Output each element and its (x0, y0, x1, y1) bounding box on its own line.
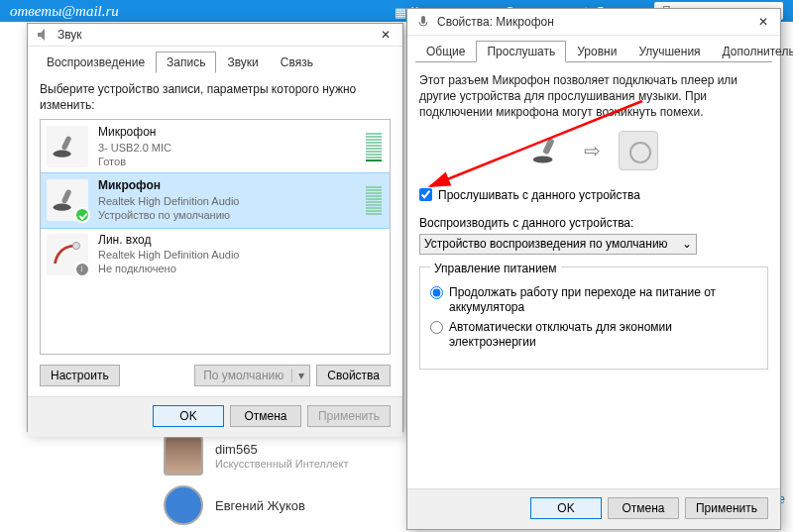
close-button[interactable]: ✕ (748, 11, 778, 33)
device-item[interactable]: Лин. вход Realtek High Definition Audio … (41, 228, 390, 281)
svg-rect-3 (61, 189, 72, 204)
level-meter (366, 186, 382, 215)
device-desc: Realtek High Definition Audio (98, 248, 384, 262)
diagram: ⇨ (419, 131, 768, 170)
device-status: Устройство по умолчанию (98, 208, 356, 222)
tab-sounds[interactable]: Звуки (216, 52, 269, 73)
window-title: Звук (57, 28, 371, 42)
speaker-icon (36, 27, 52, 43)
playthrough-select[interactable]: Устройство воспроизведения по умолчанию … (419, 234, 697, 255)
ok-button[interactable]: OK (153, 405, 224, 427)
tab-playback[interactable]: Воспроизведение (36, 52, 156, 73)
svg-rect-1 (61, 136, 72, 151)
leader-name: dim565 (215, 442, 348, 457)
configure-button[interactable]: Настроить (40, 365, 120, 386)
chevron-down-icon: ⌄ (682, 237, 692, 251)
avatar (164, 436, 203, 476)
sound-dialog: Звук ✕ Воспроизведение Запись Звуки Связ… (27, 23, 403, 432)
tab-levels[interactable]: Уровни (566, 41, 627, 62)
microphone-icon (47, 179, 88, 221)
device-desc: Realtek High Definition Audio (98, 194, 356, 208)
window-title: Свойства: Микрофон (437, 15, 748, 29)
device-item-selected[interactable]: Микрофон Realtek High Definition Audio У… (41, 173, 390, 227)
device-status: Не подключено (98, 262, 384, 275)
tabs: Воспроизведение Запись Звуки Связь (28, 47, 402, 72)
power-management-group: Управление питанием Продолжать работу пр… (419, 266, 768, 370)
apply-button[interactable]: Применить (685, 497, 768, 519)
check-badge-icon (74, 207, 90, 223)
tab-enhancements[interactable]: Улучшения (627, 41, 711, 62)
playthrough-label: Воспроизводить с данного устройства: (419, 216, 768, 230)
close-button[interactable]: ✕ (371, 24, 400, 46)
svg-rect-7 (542, 138, 555, 155)
grid-icon: ▦ (395, 5, 406, 17)
tab-general[interactable]: Общие (415, 41, 476, 62)
svg-point-2 (54, 204, 71, 211)
level-meter (366, 133, 382, 161)
svg-rect-5 (421, 16, 425, 24)
leader-name: Евгений Жуков (215, 498, 305, 513)
description-text: Этот разъем Микрофон позволяет подключат… (419, 72, 768, 121)
tab-communications[interactable]: Связь (270, 52, 324, 73)
leader-item[interactable]: dim565 Искусственный Интеллект (164, 436, 348, 476)
mic-properties-dialog: Свойства: Микрофон ✕ Общие Прослушать Ур… (406, 8, 781, 530)
tab-recording[interactable]: Запись (156, 52, 216, 73)
ok-button[interactable]: OK (530, 497, 602, 519)
device-name: Лин. вход (98, 233, 384, 249)
tabs: Общие Прослушать Уровни Улучшения Дополн… (407, 36, 780, 61)
pm-continue-radio[interactable] (430, 286, 443, 299)
svg-point-4 (72, 242, 79, 249)
cancel-button[interactable]: Отмена (230, 405, 301, 427)
tab-listen[interactable]: Прослушать (476, 41, 566, 62)
svg-point-6 (532, 156, 552, 162)
svg-point-0 (54, 151, 71, 158)
set-default-dropdown[interactable]: По умолчанию ▾ (194, 365, 310, 386)
device-list[interactable]: Микрофон 3- USB2.0 MIC Готов Микрофон Re… (40, 119, 391, 355)
instruction-text: Выберите устройство записи, параметры ко… (40, 82, 391, 113)
device-status: Готов (98, 155, 356, 168)
group-legend: Управление питанием (430, 262, 561, 275)
line-in-icon (47, 234, 88, 275)
properties-button[interactable]: Свойства (316, 365, 391, 386)
pm-autooff-radio[interactable] (430, 321, 443, 334)
speaker-icon (619, 131, 658, 170)
device-name: Микрофон (98, 178, 356, 194)
pm-continue-label: Продолжать работу при переходе на питани… (449, 285, 757, 316)
pm-autooff-label: Автоматически отключать для экономии эле… (449, 320, 757, 351)
cancel-button[interactable]: Отмена (608, 497, 679, 519)
microphone-icon (530, 133, 566, 168)
listen-checkbox[interactable] (419, 188, 432, 201)
arrow-down-badge-icon (74, 262, 90, 277)
leader-item[interactable]: Евгений Жуков (164, 485, 348, 525)
arrow-right-icon: ⇨ (584, 139, 601, 162)
leaders-list: dim565 Искусственный Интеллект Евгений Ж… (164, 436, 348, 532)
site-logo[interactable]: ответы@mail.ru (10, 3, 119, 20)
titlebar[interactable]: Звук ✕ (28, 24, 402, 47)
device-desc: 3- USB2.0 MIC (98, 141, 356, 155)
titlebar[interactable]: Свойства: Микрофон ✕ (407, 9, 780, 36)
device-name: Микрофон (98, 125, 356, 141)
microphone-icon (415, 14, 431, 30)
apply-button[interactable]: Применить (307, 405, 391, 427)
listen-checkbox-label: Прослушивать с данного устройства (438, 188, 640, 202)
avatar (164, 485, 203, 525)
leader-sub: Искусственный Интеллект (215, 458, 348, 470)
microphone-icon (47, 126, 88, 167)
device-item[interactable]: Микрофон 3- USB2.0 MIC Готов (41, 120, 390, 173)
chevron-down-icon: ▾ (291, 369, 309, 382)
tab-advanced[interactable]: Дополнительно (712, 41, 793, 62)
